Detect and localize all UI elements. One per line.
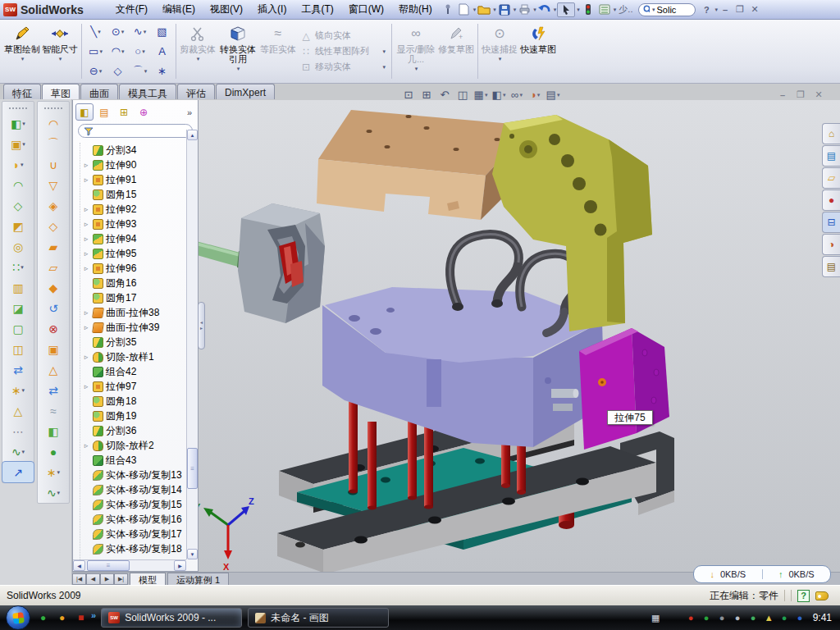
linear-sketch-pattern-button[interactable]: ∷ 线性草图阵列 ▾ (300, 45, 386, 57)
input-method-icon[interactable]: ▦ (650, 613, 662, 623)
dropdown-caret-icon[interactable]: ▾ (514, 7, 517, 13)
search-input[interactable] (656, 5, 691, 15)
extruded-surface-icon[interactable]: ∪ (38, 154, 69, 175)
tab-sketch[interactable]: 草图 (42, 84, 80, 99)
expand-arrow-icon[interactable]: ▹ (82, 161, 90, 169)
tree-item[interactable]: ▹拉伸91 (80, 172, 186, 187)
tab-dimxpert[interactable]: DimXpert (216, 84, 275, 99)
expand-arrow-icon[interactable]: ▹ (82, 382, 90, 390)
messenger-icon[interactable]: ● (36, 611, 50, 625)
tree-item[interactable]: 圆角17 (80, 290, 186, 305)
select-cursor-icon[interactable] (557, 2, 575, 17)
quick-tips-button[interactable]: ? (797, 590, 810, 602)
wireless-network-warning-icon[interactable]: ▲ (763, 613, 775, 623)
core-pin[interactable] (551, 389, 576, 398)
ellipse-icon[interactable]: ○▾ (129, 42, 151, 62)
tree-item[interactable]: 实体-移动/复制14 (80, 482, 186, 497)
expand-arrow-icon[interactable]: ▹ (82, 353, 90, 361)
dropdown-caret-icon[interactable]: ▾ (21, 162, 24, 168)
offset-surface-icon[interactable]: ◇ (38, 216, 69, 236)
scroll-left-button[interactable]: ◀ (73, 560, 85, 571)
untrim-surface-icon[interactable]: ↺ (38, 298, 69, 318)
expand-arrow-icon[interactable]: ▹ (82, 220, 90, 228)
view-palette-icon[interactable]: ⊟ (822, 212, 840, 233)
taskbar-task-solidworks[interactable]: SW SolidWorks 2009 - ... (101, 608, 242, 628)
dropdown-caret-icon[interactable]: ▾ (22, 141, 25, 148)
tree-horizontal-scrollbar[interactable]: ◀ ≡ ▶ (73, 559, 186, 571)
hole-wizard-icon[interactable]: ◎ (2, 236, 34, 257)
toolbox-icon[interactable]: ● (822, 189, 840, 211)
tree-item[interactable]: 实体-移动/复制13 (80, 468, 186, 482)
dropdown-caret-icon[interactable]: ▾ (499, 54, 502, 64)
dropdown-caret-icon[interactable]: ▾ (99, 48, 103, 55)
view-orientation-icon[interactable]: ▦▾ (472, 87, 490, 103)
extend-surface-icon[interactable]: ▱ (38, 257, 69, 277)
knit-surface-icon[interactable]: ◆ (38, 277, 69, 298)
dropdown-caret-icon[interactable]: ▾ (142, 48, 145, 55)
extruded-boss-icon[interactable]: ◧▾ (2, 113, 34, 134)
options-checklist-icon[interactable] (597, 2, 612, 17)
minimize-button[interactable]: – (718, 3, 733, 16)
close-button[interactable]: ✕ (747, 3, 762, 16)
hide-show-items-icon[interactable]: ∞▾ (508, 87, 526, 103)
mirror-body-icon[interactable]: ◫ (2, 339, 34, 359)
menu-help[interactable]: 帮助(H) (391, 2, 440, 17)
tree-item[interactable]: ▹拉伸93 (80, 217, 186, 231)
curve-icon[interactable]: ⋯ (2, 421, 34, 441)
tree-item[interactable]: 圆角19 (80, 409, 186, 423)
section-view-icon[interactable]: ◫ (454, 87, 472, 103)
zoom-to-fit-icon[interactable]: ⊡ (399, 87, 418, 103)
toolbar-grip[interactable] (9, 107, 27, 111)
save-icon[interactable] (497, 2, 512, 17)
restore-button[interactable]: ❐ (733, 3, 747, 16)
thicken-icon[interactable]: ∿▾ (38, 482, 69, 503)
dropdown-caret-icon[interactable]: ▾ (144, 29, 147, 35)
tree-item[interactable]: 组合43 (80, 453, 186, 468)
doc-close-button[interactable]: ✕ (811, 89, 826, 101)
arc-icon[interactable]: ◠▾ (107, 42, 129, 62)
quick-launch-chevron-icon[interactable]: » (91, 610, 96, 620)
dropdown-caret-icon[interactable]: ▾ (57, 469, 61, 476)
split-body-icon[interactable]: △ (2, 400, 34, 421)
dropdown-caret-icon[interactable]: ▾ (237, 64, 240, 74)
move-entities-button[interactable]: ⊡ 移动实体 ▾ (300, 61, 386, 73)
menu-window[interactable]: 窗口(W) (341, 2, 391, 17)
tree-item[interactable]: 分割35 (80, 335, 186, 349)
tree-item[interactable]: 实体-移动/复制18 (80, 541, 186, 556)
revolved-surface-icon[interactable]: ⌒ (38, 134, 69, 154)
dropdown-caret-icon[interactable]: ▾ (99, 68, 103, 75)
offset-entities-button[interactable]: ≈ 等距实体 (259, 20, 297, 83)
smart-dimension-button[interactable]: 智能尺寸 ▾ (41, 20, 79, 83)
rapid-sketch-button[interactable]: 快速草图 (518, 20, 558, 83)
dropdown-caret-icon[interactable]: ▾ (22, 387, 25, 394)
zoom-to-area-icon[interactable]: ⊞ (418, 87, 436, 103)
dropdown-caret-icon[interactable]: ▾ (98, 29, 101, 35)
edit-appearance-icon[interactable]: ◑▾ (526, 87, 544, 103)
delete-face-icon[interactable]: ⊗ (38, 318, 69, 339)
apply-scene-icon[interactable]: ▤▾ (544, 87, 562, 103)
dropdown-caret-icon[interactable]: ▾ (382, 48, 386, 55)
last-tab-button[interactable]: ▶| (114, 573, 128, 585)
help-button[interactable]: ? (699, 3, 714, 16)
ruled-surface-icon[interactable]: ≈ (38, 400, 69, 421)
tree-item[interactable]: 分割36 (80, 423, 186, 438)
planar-surface-icon[interactable]: ▰ (38, 236, 69, 257)
tree-item[interactable]: ▹拉伸90 (80, 158, 186, 172)
quick-snaps-button[interactable]: ⊙ 快速捕捉 ▾ (481, 20, 518, 83)
expand-arrow-icon[interactable]: ▹ (82, 205, 90, 213)
boundary-surface-icon[interactable]: ◈ (38, 195, 69, 216)
display-style-icon[interactable]: ◧▾ (490, 87, 508, 103)
security-suite-icon[interactable]: ● (55, 611, 69, 625)
search-scope-caret-icon[interactable]: ▾ (652, 7, 655, 13)
sketch-fillet-icon[interactable]: ⌒▾ (129, 62, 151, 81)
tree-item[interactable]: ▹拉伸92 (80, 202, 186, 217)
swept-boss-icon[interactable]: ◠ (2, 175, 34, 195)
lasso-select-icon[interactable]: ▧ (151, 22, 173, 42)
taskbar-clock[interactable]: 9:41 (813, 612, 832, 623)
move-face-icon[interactable]: ⇄ (38, 380, 69, 400)
dropdown-caret-icon[interactable]: ▾ (473, 7, 477, 13)
dropdown-caret-icon[interactable]: ▾ (59, 54, 62, 64)
dimxpertmanager-tab-icon[interactable]: ⊕ (135, 103, 153, 121)
dropdown-caret-icon[interactable]: ▾ (22, 449, 25, 455)
custom-properties-icon[interactable]: ▤ (822, 256, 840, 277)
